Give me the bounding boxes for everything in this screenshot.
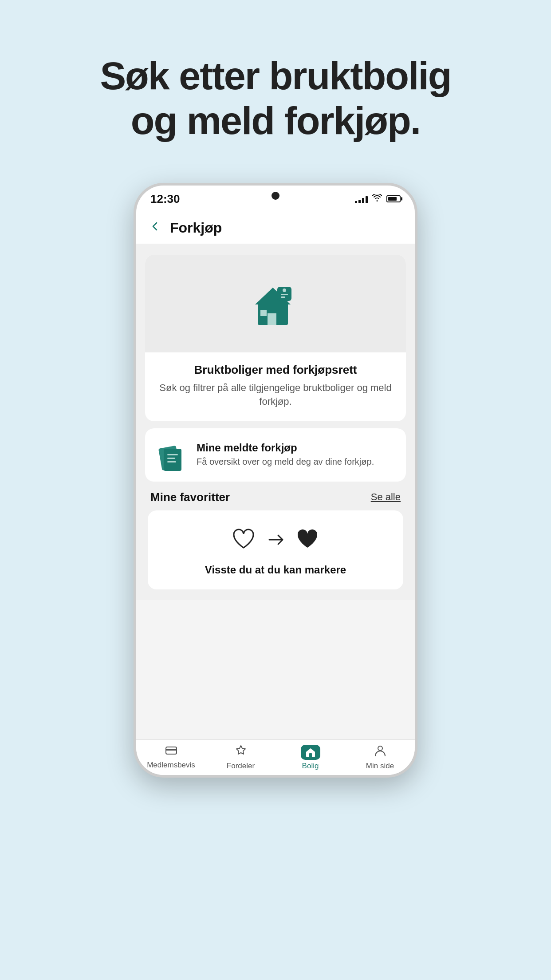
svg-point-6 — [283, 288, 286, 292]
svg-rect-7 — [281, 294, 288, 295]
card-text-area: Bruktboliger med forkjøpsrett Søk og fil… — [145, 352, 406, 421]
phone-mockup: 12:30 — [134, 183, 417, 782]
card-small-desc: Få oversikt over og meld deg av dine for… — [197, 456, 374, 468]
headline-line1: Søk etter bruktbolig — [100, 54, 451, 98]
battery-icon — [386, 195, 401, 202]
heart-outline-icon — [232, 528, 255, 555]
nav-label-medlemsbevis: Medlemsbevis — [147, 761, 195, 770]
status-time: 12:30 — [150, 192, 180, 206]
favorites-card: Visste du at du kan markere — [148, 510, 403, 589]
svg-rect-15 — [166, 749, 177, 751]
svg-point-17 — [378, 746, 382, 751]
see-all-link[interactable]: Se alle — [371, 491, 401, 503]
page-title: Forkjøp — [170, 220, 222, 236]
nav-item-bolig[interactable]: Bolig — [276, 740, 345, 775]
bottom-nav: Medlemsbevis Fordeler — [136, 739, 415, 775]
scroll-content: Bruktboliger med forkjøpsrett Søk og fil… — [136, 244, 415, 600]
mine-meldte-card[interactable]: Mine meldte forkjøp Få oversikt over og … — [145, 428, 406, 482]
side-button — [417, 301, 417, 341]
card-small-text: Mine meldte forkjøp Få oversikt over og … — [197, 442, 374, 468]
heart-filled-icon — [296, 528, 319, 555]
home-icon-box — [301, 745, 320, 760]
app-content: Bruktboliger med forkjøpsrett Søk og fil… — [136, 244, 415, 777]
hearts-row — [232, 528, 319, 555]
nav-item-min-side[interactable]: Min side — [345, 740, 415, 775]
svg-rect-2 — [268, 313, 276, 325]
card-icon — [165, 745, 177, 759]
fav-hint-text: Visste du at du kan markere — [205, 564, 346, 576]
person-icon — [374, 744, 386, 760]
top-nav: Forkjøp — [136, 212, 415, 244]
documents-icon — [156, 439, 188, 471]
camera-notch — [272, 192, 279, 200]
status-icons — [355, 194, 401, 204]
card-large-desc: Søk og filtrer på alle tilgjengelige bru… — [158, 381, 393, 409]
svg-rect-10 — [164, 449, 181, 471]
svg-rect-12 — [167, 458, 175, 459]
card-image-area — [145, 255, 406, 352]
phone-shell: 12:30 — [134, 183, 417, 778]
wifi-icon — [372, 194, 382, 204]
svg-rect-13 — [167, 461, 176, 462]
svg-rect-8 — [281, 296, 285, 298]
arrow-right-icon — [266, 528, 285, 555]
favorites-section: Mine favoritter Se alle — [145, 489, 406, 589]
back-button[interactable] — [149, 220, 161, 236]
nav-label-fordeler: Fordeler — [227, 762, 255, 771]
signal-bars-icon — [355, 194, 368, 203]
nav-label-min-side: Min side — [366, 762, 394, 771]
svg-rect-16 — [309, 753, 312, 757]
card-small-title: Mine meldte forkjøp — [197, 442, 374, 454]
nav-label-bolig: Bolig — [302, 762, 319, 771]
bruktboliger-card[interactable]: Bruktboliger med forkjøpsrett Søk og fil… — [145, 255, 406, 421]
favorites-title: Mine favoritter — [150, 490, 230, 504]
status-bar: 12:30 — [136, 186, 415, 212]
star-icon — [235, 745, 247, 760]
favorites-header: Mine favoritter Se alle — [148, 490, 403, 504]
nav-item-fordeler[interactable]: Fordeler — [206, 740, 276, 775]
svg-rect-3 — [260, 310, 267, 316]
headline-line2: og meld forkjøp. — [131, 99, 420, 142]
headline: Søk etter bruktbolig og meld forkjøp. — [64, 53, 486, 143]
card-large-title: Bruktboliger med forkjøpsrett — [158, 363, 393, 377]
svg-rect-11 — [167, 454, 178, 455]
house-with-tag-icon — [249, 277, 302, 330]
nav-item-medlemsbevis[interactable]: Medlemsbevis — [136, 740, 206, 775]
